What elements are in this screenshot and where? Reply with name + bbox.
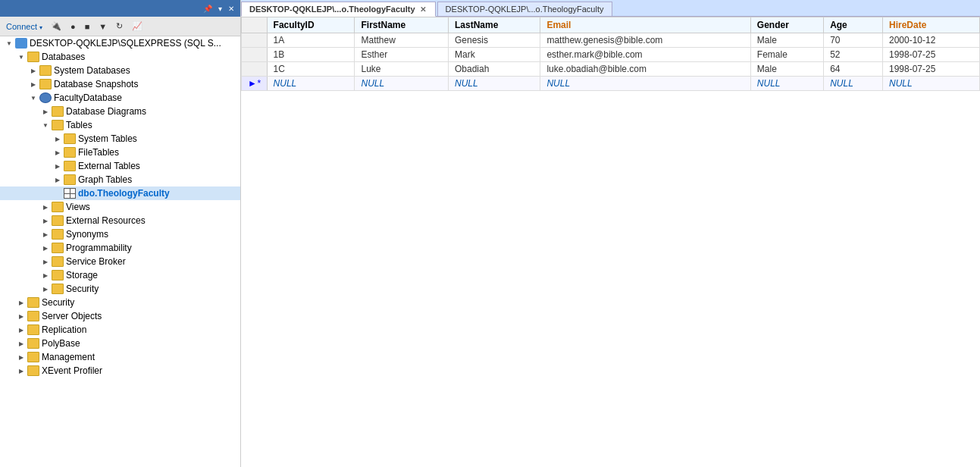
expand-btn-external-tables[interactable]: ▶: [52, 160, 64, 172]
col-header-lastname[interactable]: LastName: [449, 17, 540, 33]
tree-item-xevent-profiler[interactable]: ▶XEvent Profiler: [0, 364, 240, 378]
table-row[interactable]: 1BEstherMarkesther.mark@bible.comFemale5…: [242, 48, 980, 62]
cell-email[interactable]: esther.mark@bible.com: [540, 48, 750, 62]
tree-item-file-tables[interactable]: ▶FileTables: [0, 146, 240, 159]
cell-age[interactable]: 52: [824, 48, 883, 62]
null-cell-firstname[interactable]: NULL: [355, 77, 449, 91]
tree-item-server[interactable]: ▼DESKTOP-QQKLEJP\SQLEXPRESS (SQL S...: [0, 36, 240, 50]
cell-hiredate[interactable]: 1998-07-25: [882, 62, 979, 77]
null-cell-facultyid[interactable]: NULL: [267, 77, 355, 91]
cell-age[interactable]: 70: [824, 33, 883, 48]
cell-age[interactable]: 64: [824, 62, 883, 77]
null-cell-email[interactable]: NULL: [540, 77, 750, 91]
tree-item-synonyms[interactable]: ▶Synonyms: [0, 227, 240, 241]
col-header-email[interactable]: Email: [540, 17, 750, 33]
expand-btn-system-databases[interactable]: ▶: [27, 64, 39, 77]
expand-btn-security[interactable]: ▶: [15, 296, 27, 309]
expand-btn-databases[interactable]: ▼: [15, 51, 27, 63]
expand-btn-server[interactable]: ▼: [3, 37, 15, 49]
null-cell-lastname[interactable]: NULL: [449, 77, 540, 91]
tree-item-polybase[interactable]: ▶PolyBase: [0, 337, 240, 350]
tree-item-faculty-db[interactable]: ▼FacultyDatabase: [0, 91, 240, 105]
tree-item-security[interactable]: ▶Security: [0, 296, 240, 309]
tab-tab2[interactable]: DESKTOP-QQKLEJP\...o.TheologyFaculty: [437, 2, 612, 16]
expand-btn-polybase[interactable]: ▶: [15, 337, 27, 349]
chevron-down-icon[interactable]: ▾: [217, 4, 224, 14]
expand-btn-synonyms[interactable]: ▶: [39, 228, 52, 240]
cell-lastname[interactable]: Obadiah: [449, 62, 540, 77]
expand-btn-file-tables[interactable]: ▶: [52, 146, 64, 158]
cell-hiredate[interactable]: 1998-07-25: [882, 48, 979, 62]
expand-btn-db-snapshots[interactable]: ▶: [27, 78, 39, 90]
cell-gender[interactable]: Female: [750, 48, 823, 62]
tree-item-replication[interactable]: ▶Replication: [0, 323, 240, 337]
expand-btn-views[interactable]: ▶: [39, 201, 52, 213]
connect-button[interactable]: Connect ▾: [3, 20, 45, 33]
table-row[interactable]: 1AMatthewGenesismatthew.genesis@bible.co…: [242, 33, 980, 48]
tree-item-tables[interactable]: ▼Tables: [0, 118, 240, 132]
cell-firstname[interactable]: Luke: [355, 62, 449, 77]
null-cell-age[interactable]: NULL: [824, 77, 883, 91]
tree-item-theology-faculty[interactable]: dbo.TheologyFaculty: [0, 186, 240, 200]
null-cell-hiredate[interactable]: NULL: [882, 77, 979, 91]
cell-email[interactable]: luke.obadiah@bible.com: [540, 62, 750, 77]
expand-btn-xevent-profiler[interactable]: ▶: [15, 365, 27, 377]
expand-btn-management[interactable]: ▶: [15, 351, 27, 363]
tree-item-databases[interactable]: ▼Databases: [0, 50, 240, 64]
expand-btn-server-objects[interactable]: ▶: [15, 310, 27, 322]
filter-button[interactable]: ▼: [95, 20, 111, 33]
col-header-gender[interactable]: Gender: [750, 17, 823, 33]
col-header-hiredate[interactable]: HireDate: [882, 17, 979, 33]
new-query-button[interactable]: 🔌: [47, 19, 65, 33]
cell-facultyid[interactable]: 1C: [267, 62, 355, 77]
table-row[interactable]: 1CLukeObadiahluke.obadiah@bible.comMale6…: [242, 62, 980, 77]
null-cell-gender[interactable]: NULL: [750, 77, 823, 91]
cell-firstname[interactable]: Matthew: [355, 33, 449, 48]
close-icon[interactable]: ✕: [227, 4, 236, 14]
tree-item-storage[interactable]: ▶Storage: [0, 268, 240, 282]
expand-btn-service-broker[interactable]: ▶: [39, 255, 52, 268]
refresh-button[interactable]: ↻: [112, 19, 127, 33]
expand-btn-storage[interactable]: ▶: [39, 269, 52, 281]
table-row-null[interactable]: ►*NULLNULLNULLNULLNULLNULLNULL: [242, 77, 980, 91]
tree-item-external-resources[interactable]: ▶External Resources: [0, 214, 240, 227]
cell-lastname[interactable]: Mark: [449, 48, 540, 62]
col-header-age[interactable]: Age: [824, 17, 883, 33]
expand-btn-db-diagrams[interactable]: ▶: [39, 105, 52, 118]
col-header-firstname[interactable]: FirstName: [355, 17, 449, 33]
tree-item-service-broker[interactable]: ▶Service Broker: [0, 255, 240, 268]
tree-item-system-tables[interactable]: ▶System Tables: [0, 132, 240, 146]
tab-tab1[interactable]: DESKTOP-QQKLEJP\...o.TheologyFaculty✕: [241, 2, 436, 17]
cell-lastname[interactable]: Genesis: [449, 33, 540, 48]
tree-item-security-db[interactable]: ▶Security: [0, 282, 240, 296]
expand-btn-graph-tables[interactable]: ▶: [52, 174, 64, 186]
tree-item-programmability[interactable]: ▶Programmability: [0, 241, 240, 255]
cell-facultyid[interactable]: 1A: [267, 33, 355, 48]
stop-button[interactable]: ■: [81, 20, 94, 33]
tree-item-server-objects[interactable]: ▶Server Objects: [0, 309, 240, 323]
cell-gender[interactable]: Male: [750, 33, 823, 48]
cell-email[interactable]: matthew.genesis@bible.com: [540, 33, 750, 48]
tab-close-tab1[interactable]: ✕: [418, 5, 427, 14]
cell-hiredate[interactable]: 2000-10-12: [882, 33, 979, 48]
tree-item-graph-tables[interactable]: ▶Graph Tables: [0, 173, 240, 186]
tree-item-external-tables[interactable]: ▶External Tables: [0, 159, 240, 173]
tree-item-management[interactable]: ▶Management: [0, 350, 240, 364]
cell-firstname[interactable]: Esther: [355, 48, 449, 62]
expand-btn-programmability[interactable]: ▶: [39, 242, 52, 254]
tree-item-views[interactable]: ▶Views: [0, 200, 240, 214]
data-grid[interactable]: FacultyIDFirstNameLastNameEmailGenderAge…: [241, 17, 980, 467]
expand-btn-system-tables[interactable]: ▶: [52, 133, 64, 145]
tree-item-db-snapshots[interactable]: ▶Database Snapshots: [0, 77, 240, 91]
tree-item-db-diagrams[interactable]: ▶Database Diagrams: [0, 105, 240, 118]
cell-facultyid[interactable]: 1B: [267, 48, 355, 62]
pin-icon[interactable]: 📌: [202, 4, 214, 14]
tree-item-system-databases[interactable]: ▶System Databases: [0, 64, 240, 77]
expand-btn-external-resources[interactable]: ▶: [39, 215, 52, 227]
expand-btn-replication[interactable]: ▶: [15, 324, 27, 336]
expand-btn-faculty-db[interactable]: ▼: [27, 92, 39, 104]
expand-btn-security-db[interactable]: ▶: [39, 283, 52, 295]
disconnect-button[interactable]: ●: [67, 20, 80, 33]
cell-gender[interactable]: Male: [750, 62, 823, 77]
col-header-facultyid[interactable]: FacultyID: [267, 17, 355, 33]
